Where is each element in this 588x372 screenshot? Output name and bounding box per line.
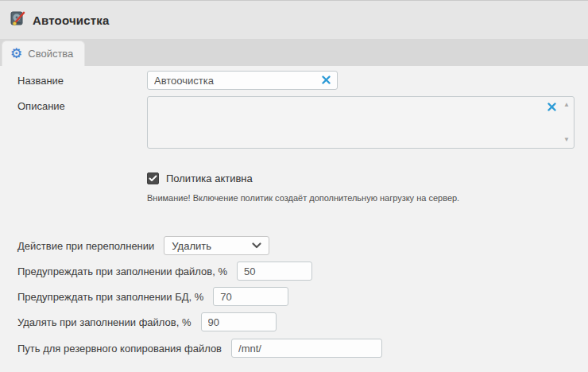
policy-active-row: Политика активна (147, 172, 574, 184)
page-title: Автоочистка (33, 14, 110, 27)
policy-active-checkbox[interactable] (147, 172, 159, 184)
delete-files-row: Удалять при заполнении файлов, % (17, 312, 574, 331)
gear-icon: ⚙ (10, 47, 22, 60)
delete-files-label: Удалять при заполнении файлов, % (17, 316, 191, 328)
chevron-down-icon (252, 242, 261, 249)
warn-db-label: Предупреждать при заполнении БД, % (17, 291, 203, 303)
backup-path-row: Путь для резервного копирования файлов (17, 339, 574, 358)
description-row: Описание ▲ ▼ (17, 96, 574, 149)
properties-panel: Название Описание (0, 66, 588, 372)
scroll-down-icon[interactable]: ▼ (563, 137, 570, 143)
policy-active-label: Политика активна (166, 172, 253, 184)
warn-files-input[interactable] (237, 262, 312, 281)
delete-files-input[interactable] (201, 312, 277, 331)
description-label: Описание (17, 96, 147, 112)
warn-files-label: Предупреждать при заполнении файлов, % (17, 265, 227, 277)
warn-db-input[interactable] (213, 287, 288, 306)
overflow-action-label: Действие при переполнении (17, 240, 154, 252)
overflow-action-value: Удалить (172, 240, 211, 252)
tab-bar: ⚙ Свойства (0, 39, 588, 66)
window-header: Автоочистка (0, 1, 588, 39)
name-row: Название (17, 71, 574, 90)
warn-db-row: Предупреждать при заполнении БД, % (17, 287, 574, 306)
clear-name-icon[interactable] (322, 76, 331, 84)
name-label: Название (17, 75, 147, 87)
overflow-action-select[interactable]: Удалить (164, 236, 269, 255)
backup-path-input[interactable] (231, 339, 382, 358)
scroll-up-icon[interactable]: ▲ (563, 102, 570, 108)
overflow-action-row: Действие при переполнении Удалить (17, 236, 574, 255)
description-field: ▲ ▼ (147, 96, 574, 149)
description-scrollbar[interactable]: ▲ ▼ (561, 97, 572, 148)
autocleanup-window: Автоочистка ⚙ Свойства Название (0, 0, 588, 372)
policy-warning-text: Внимание! Включение политик создаёт допо… (147, 193, 574, 203)
description-textarea[interactable] (149, 98, 550, 147)
warn-files-row: Предупреждать при заполнении файлов, % (17, 262, 574, 281)
clear-description-icon[interactable] (547, 103, 556, 111)
backup-path-label: Путь для резервного копирования файлов (17, 343, 222, 355)
hdd-cleanup-icon (10, 10, 26, 29)
tab-properties-label: Свойства (28, 48, 73, 60)
tab-properties[interactable]: ⚙ Свойства (2, 41, 85, 66)
name-input[interactable] (147, 71, 338, 90)
